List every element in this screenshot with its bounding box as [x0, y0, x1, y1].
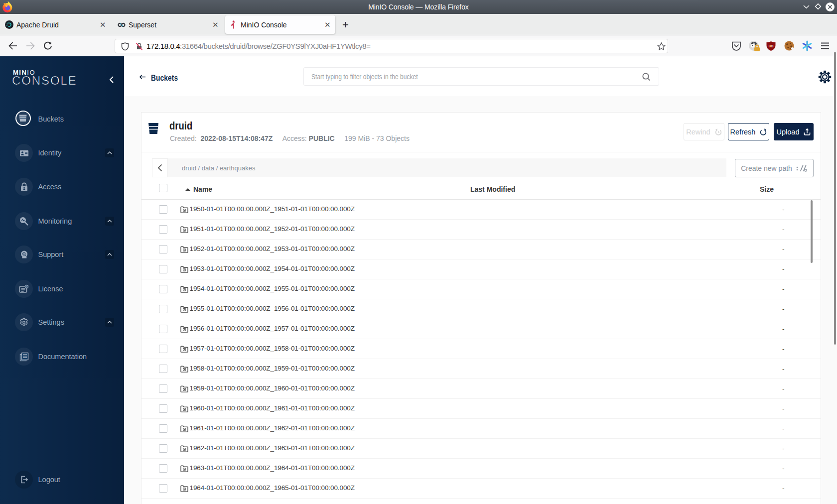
svg-text:uO: uO: [769, 44, 774, 48]
